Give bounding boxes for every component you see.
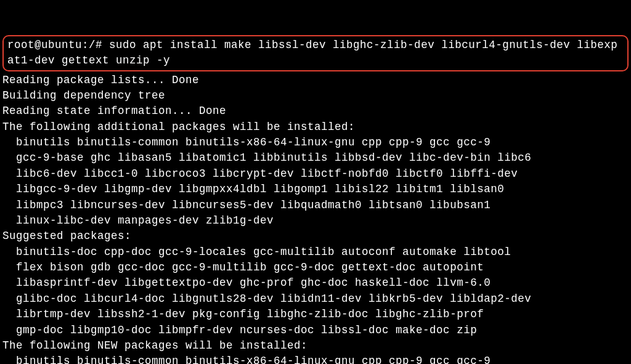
output-line: binutils-doc cpp-doc gcc-9-locales gcc-m… <box>2 245 629 260</box>
output-line: Building dependency tree <box>2 88 629 103</box>
terminal-window[interactable]: root@ubuntu:/# sudo apt install make lib… <box>2 4 629 364</box>
output-line: Reading package lists... Done <box>2 73 629 88</box>
output-line: flex bison gdb gcc-doc gcc-9-multilib gc… <box>2 260 629 275</box>
output-line: glibc-doc libcurl4-doc libgnutls28-dev l… <box>2 291 629 307</box>
output-line: libgcc-9-dev libgmp-dev libgmpxx4ldbl li… <box>2 182 629 197</box>
output-line: librtmp-dev libssh2-1-dev pkg-config lib… <box>2 307 629 322</box>
command-highlight-box: root@ubuntu:/# sudo apt install make lib… <box>2 35 629 71</box>
output-line: Suggested packages: <box>2 229 629 244</box>
output-line: gcc-9-base ghc libasan5 libatomic1 libbi… <box>2 150 629 166</box>
output-line: libmpc3 libncurses-dev libncurses5-dev l… <box>2 198 629 213</box>
output-line: linux-libc-dev manpages-dev zlib1g-dev <box>2 213 629 229</box>
output-line: libasprintf-dev libgettextpo-dev ghc-pro… <box>2 275 629 291</box>
shell-prompt: root@ubuntu:/# <box>7 39 102 51</box>
output-line: The following NEW packages will be insta… <box>2 338 629 354</box>
output-line: The following additional packages will b… <box>2 119 629 135</box>
output-line: binutils binutils-common binutils-x86-64… <box>2 135 629 150</box>
output-line: binutils binutils-common binutils-x86-64… <box>2 354 629 364</box>
output-line: gmp-doc libgmp10-doc libmpfr-dev ncurses… <box>2 323 629 338</box>
output-line: Reading state information... Done <box>2 103 629 119</box>
output-line: libc6-dev libcc1-0 libcroco3 libcrypt-de… <box>2 166 629 182</box>
